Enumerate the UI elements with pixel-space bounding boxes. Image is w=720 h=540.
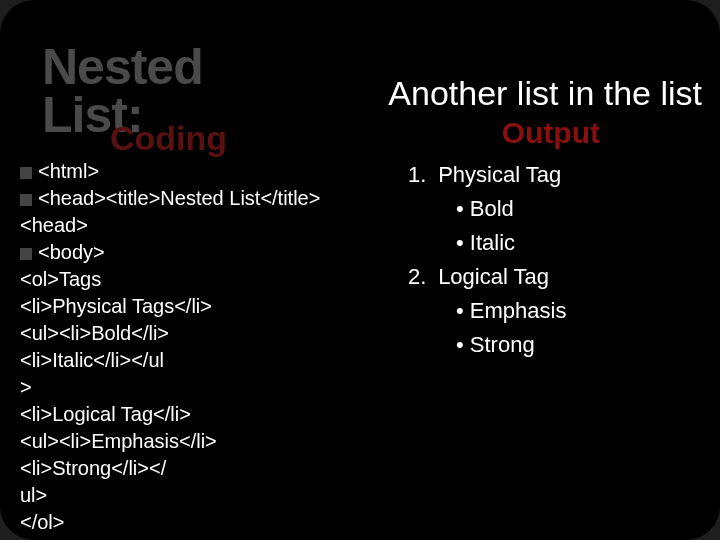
- coding-heading: Coding: [110, 119, 227, 158]
- code-line: <head>: [20, 212, 390, 239]
- code-line: </body>: [20, 536, 390, 540]
- bullet-icon: [20, 194, 32, 206]
- code-line: <li>Strong</li></: [20, 455, 390, 482]
- list-item: 1. Physical Tag: [408, 158, 566, 192]
- code-line: <body>: [20, 239, 390, 266]
- code-line: <ul><li>Bold</li>: [20, 320, 390, 347]
- code-line: <li>Italic</li></ul: [20, 347, 390, 374]
- code-line: <li>Physical Tags</li>: [20, 293, 390, 320]
- bullet-icon: [20, 248, 32, 260]
- code-column: <html> <head><title>Nested List</title> …: [20, 158, 390, 540]
- code-line: <html>: [20, 158, 390, 185]
- output-heading: Output: [502, 116, 600, 150]
- code-line: <li>Logical Tag</li>: [20, 401, 390, 428]
- output-column: 1. Physical Tag • Bold • Italic 2. Logic…: [408, 158, 566, 363]
- list-item: • Bold: [408, 192, 566, 226]
- slide-subtitle: Another list in the list: [388, 74, 702, 113]
- code-line: ul>: [20, 482, 390, 509]
- list-item: 2. Logical Tag: [408, 260, 566, 294]
- list-item: • Italic: [408, 226, 566, 260]
- code-line: </ol>: [20, 509, 390, 536]
- slide: Nested List: Another list in the list Co…: [0, 0, 720, 540]
- list-item: • Emphasis: [408, 294, 566, 328]
- code-line: >: [20, 374, 390, 401]
- code-line: <ul><li>Emphasis</li>: [20, 428, 390, 455]
- list-item: • Strong: [408, 328, 566, 362]
- code-line: <ol>Tags: [20, 266, 390, 293]
- code-line: <head><title>Nested List</title>: [20, 185, 390, 212]
- bullet-icon: [20, 167, 32, 179]
